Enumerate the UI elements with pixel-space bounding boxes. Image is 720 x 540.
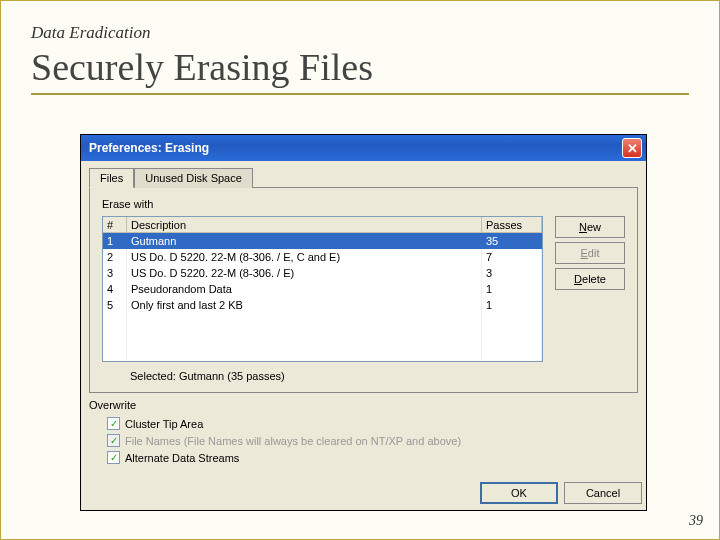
delete-button[interactable]: Delete <box>555 268 625 290</box>
list-row[interactable]: 5 Only first and last 2 KB 1 <box>103 297 542 313</box>
underline: E <box>581 247 588 259</box>
slide-title: Securely Erasing Files <box>31 45 689 95</box>
row-num: 1 <box>103 233 127 249</box>
header-description[interactable]: Description <box>127 217 482 233</box>
row-num: 3 <box>103 265 127 281</box>
row-num: 4 <box>103 281 127 297</box>
checkbox-icon: ✓ <box>107 434 120 447</box>
erase-with-label: Erase with <box>102 198 625 210</box>
header-number[interactable]: # <box>103 217 127 233</box>
new-button[interactable]: New <box>555 216 625 238</box>
label: elete <box>582 273 606 285</box>
cancel-button[interactable]: Cancel <box>564 482 642 504</box>
list-row-empty <box>103 345 542 361</box>
preferences-window: Preferences: Erasing ✕ Files Unused Disk… <box>81 135 646 510</box>
row-desc: US Do. D 5220. 22-M (8-306. / E, C and E… <box>127 249 482 265</box>
checkbox-icon[interactable]: ✓ <box>107 451 120 464</box>
checkbox-alternate-streams[interactable]: ✓ Alternate Data Streams <box>107 449 638 466</box>
checkbox-label: File Names (File Names will always be cl… <box>125 435 461 447</box>
row-desc: Only first and last 2 KB <box>127 297 482 313</box>
list-row[interactable]: 3 US Do. D 5220. 22-M (8-306. / E) 3 <box>103 265 542 281</box>
page-number: 39 <box>689 513 703 529</box>
checkbox-label: Alternate Data Streams <box>125 452 239 464</box>
ok-button[interactable]: OK <box>480 482 558 504</box>
list-row-empty <box>103 313 542 329</box>
erase-method-list[interactable]: # Description Passes 1 Gutmann 35 2 US D… <box>102 216 543 362</box>
underline: D <box>574 273 582 285</box>
checkbox-icon[interactable]: ✓ <box>107 417 120 430</box>
list-row[interactable]: 2 US Do. D 5220. 22-M (8-306. / E, C and… <box>103 249 542 265</box>
row-num: 2 <box>103 249 127 265</box>
row-passes: 35 <box>482 233 542 249</box>
label: ew <box>587 221 601 233</box>
row-passes: 1 <box>482 297 542 313</box>
window-body: Files Unused Disk Space Erase with # Des… <box>81 161 646 474</box>
row-desc: Gutmann <box>127 233 482 249</box>
selected-summary: Selected: Gutmann (35 passes) <box>130 370 625 382</box>
side-buttons: New Edit Delete <box>555 216 625 290</box>
checkbox-label: Cluster Tip Area <box>125 418 203 430</box>
checkbox-file-names: ✓ File Names (File Names will always be … <box>107 432 638 449</box>
row-desc: Pseudorandom Data <box>127 281 482 297</box>
list-header: # Description Passes <box>103 217 542 233</box>
list-row-empty <box>103 329 542 345</box>
window-title: Preferences: Erasing <box>89 141 622 155</box>
underline: N <box>579 221 587 233</box>
row-num: 5 <box>103 297 127 313</box>
tab-files[interactable]: Files <box>89 168 134 188</box>
tab-strip: Files Unused Disk Space <box>89 167 638 187</box>
edit-button: Edit <box>555 242 625 264</box>
header-passes[interactable]: Passes <box>482 217 542 233</box>
row-passes: 1 <box>482 281 542 297</box>
label: dit <box>588 247 600 259</box>
row-desc: US Do. D 5220. 22-M (8-306. / E) <box>127 265 482 281</box>
checkbox-cluster-tip[interactable]: ✓ Cluster Tip Area <box>107 415 638 432</box>
overwrite-label: Overwrite <box>89 399 638 411</box>
tab-unused-disk-space[interactable]: Unused Disk Space <box>134 168 253 188</box>
row-passes: 7 <box>482 249 542 265</box>
list-row[interactable]: 4 Pseudorandom Data 1 <box>103 281 542 297</box>
close-icon[interactable]: ✕ <box>622 138 642 158</box>
list-row[interactable]: 1 Gutmann 35 <box>103 233 542 249</box>
dialog-footer: OK Cancel <box>81 474 646 510</box>
tab-panel-files: Erase with # Description Passes 1 Gutman… <box>89 187 638 393</box>
titlebar: Preferences: Erasing ✕ <box>81 135 646 161</box>
slide-eyebrow: Data Eradication <box>31 23 689 43</box>
row-passes: 3 <box>482 265 542 281</box>
